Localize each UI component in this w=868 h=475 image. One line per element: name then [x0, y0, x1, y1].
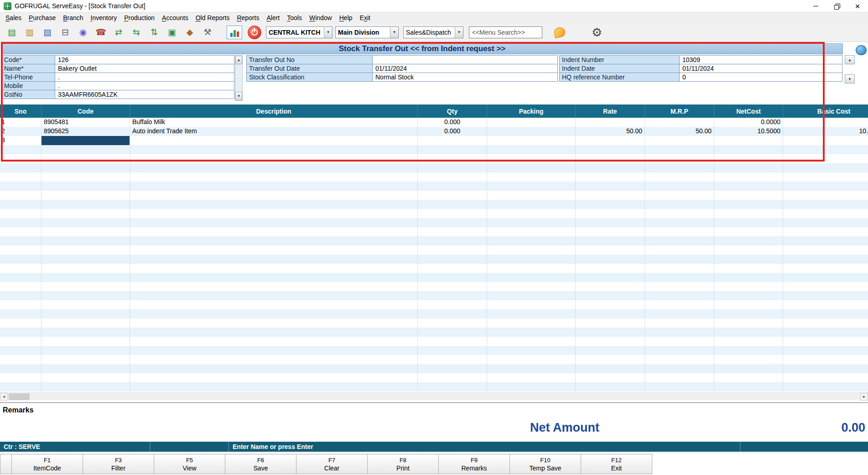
cell-sno[interactable] [0, 191, 42, 200]
cell-rate[interactable] [576, 182, 645, 191]
cell-basic_cost[interactable] [783, 282, 868, 291]
cell-code[interactable] [42, 255, 130, 264]
cell-qty[interactable] [418, 300, 487, 309]
cell-sno[interactable] [0, 309, 42, 318]
settings-gear-icon[interactable]: ⚙ [592, 26, 602, 38]
cell-qty[interactable] [418, 209, 487, 218]
cell-basic_cost[interactable] [783, 163, 868, 172]
cell-sno[interactable] [0, 227, 42, 236]
menu-search-input[interactable] [469, 26, 542, 38]
chevron-down-icon[interactable]: ▼ [390, 27, 398, 38]
cell-mrp[interactable] [645, 118, 714, 127]
cell-code[interactable] [42, 309, 130, 318]
cell-mrp[interactable] [645, 191, 714, 200]
cell-description[interactable] [130, 273, 418, 282]
cell-qty[interactable] [418, 163, 487, 172]
fkey-f12-exit[interactable]: F12Exit [581, 454, 652, 474]
column-header-basic_cost[interactable]: Basic Cost [783, 104, 868, 118]
cell-netcost[interactable] [714, 154, 783, 163]
cell-packing[interactable] [487, 218, 576, 227]
cell-netcost[interactable] [714, 209, 783, 218]
cell-packing[interactable] [487, 245, 576, 255]
cell-mrp[interactable] [645, 318, 714, 328]
field-value-gstno[interactable]: 33AAMFR6605A1ZK [55, 90, 234, 99]
cell-basic_cost[interactable] [783, 355, 868, 364]
cell-rate[interactable] [576, 200, 645, 209]
cell-description[interactable] [130, 236, 418, 245]
cell-qty[interactable]: 0.000 [418, 127, 487, 136]
cell-sno[interactable] [0, 218, 42, 227]
column-header-mrp[interactable]: M.R.P [645, 104, 714, 118]
cell-sno[interactable] [0, 328, 42, 337]
cell-sno[interactable] [0, 364, 42, 373]
cell-mrp[interactable] [645, 337, 714, 346]
cell-basic_cost[interactable] [783, 273, 868, 282]
cell-description[interactable] [130, 309, 418, 318]
cell-sno[interactable] [0, 346, 42, 355]
cell-code[interactable] [42, 145, 130, 154]
cell-qty[interactable] [418, 355, 487, 364]
cell-netcost[interactable] [714, 382, 783, 391]
fkey-f5-view[interactable]: F5View [154, 454, 225, 474]
cell-rate[interactable] [576, 255, 645, 264]
cell-packing[interactable] [487, 291, 576, 300]
cell-packing[interactable] [487, 364, 576, 373]
fkey-f7-clear[interactable]: F7Clear [296, 454, 368, 474]
cell-packing[interactable] [487, 191, 576, 200]
cell-basic_cost[interactable] [783, 300, 868, 309]
cell-description[interactable] [130, 172, 418, 182]
cell-rate[interactable] [576, 328, 645, 337]
cell-sno[interactable] [0, 145, 42, 154]
cell-mrp[interactable] [645, 300, 714, 309]
cell-description[interactable] [130, 318, 418, 328]
field-value-stock-classification[interactable]: Normal Stock [372, 73, 558, 82]
cell-sno[interactable] [0, 255, 42, 264]
cell-mrp[interactable] [645, 218, 714, 227]
cell-qty[interactable] [418, 318, 487, 328]
assistant-bubble-icon[interactable] [856, 45, 867, 55]
scroll-down-icon[interactable]: ▼ [235, 92, 242, 100]
cell-rate[interactable] [576, 309, 645, 318]
cell-netcost[interactable] [714, 309, 783, 318]
cell-code[interactable] [42, 382, 130, 391]
cell-qty[interactable] [418, 200, 487, 209]
module-combo[interactable]: Sales&Dispatch ▼ [403, 26, 463, 38]
cell-rate[interactable] [576, 355, 645, 364]
column-header-description[interactable]: Description [130, 104, 418, 118]
cell-sno[interactable] [0, 236, 42, 245]
cell-description[interactable] [130, 355, 418, 364]
cell-rate[interactable] [576, 273, 645, 282]
cell-code[interactable] [42, 328, 130, 337]
cell-netcost[interactable] [714, 273, 783, 282]
cell-qty[interactable] [418, 227, 487, 236]
cell-code[interactable] [42, 264, 130, 273]
cell-netcost[interactable] [714, 163, 783, 172]
cell-description[interactable]: Auto indent Trade Item [130, 127, 418, 136]
cell-sno[interactable] [0, 209, 42, 218]
cell-code[interactable] [42, 364, 130, 373]
cell-packing[interactable] [487, 273, 576, 282]
cell-netcost[interactable] [714, 373, 783, 382]
column-header-packing[interactable]: Packing [487, 104, 576, 118]
tools-icon[interactable]: ⚒ [200, 25, 215, 40]
fkey-f10-temp-save[interactable]: F10Temp Save [509, 454, 581, 474]
cell-netcost[interactable] [714, 145, 783, 154]
cell-mrp[interactable] [645, 245, 714, 255]
cell-basic_cost[interactable] [783, 145, 868, 154]
cell-description[interactable] [130, 145, 418, 154]
chat-balloon-icon[interactable] [553, 26, 566, 38]
cell-netcost[interactable]: 0.0000 [714, 118, 783, 127]
cell-description[interactable] [130, 154, 418, 163]
cell-qty[interactable] [418, 346, 487, 355]
cell-sno[interactable]: 2 [0, 127, 42, 136]
cell-basic_cost[interactable] [783, 346, 868, 355]
cell-packing[interactable] [487, 328, 576, 337]
transfer-out-icon[interactable]: ⇆ [129, 25, 144, 40]
cell-rate[interactable] [576, 118, 645, 127]
cell-netcost[interactable] [714, 291, 783, 300]
cell-sno[interactable] [0, 163, 42, 172]
cell-rate[interactable] [576, 154, 645, 163]
cell-code[interactable] [42, 209, 130, 218]
restore-button[interactable] [826, 0, 847, 12]
cell-qty[interactable] [418, 172, 487, 182]
